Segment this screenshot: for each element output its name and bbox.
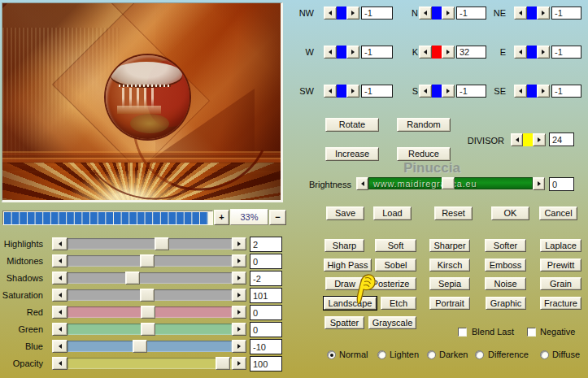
brightness-decrement-button[interactable]: [356, 177, 368, 190]
slider-red-increment-button[interactable]: [232, 306, 246, 319]
reduce-button[interactable]: Reduce: [397, 147, 451, 161]
slider-shadows-increment-button[interactable]: [232, 272, 246, 285]
spinner-nw-thumb[interactable]: [337, 7, 346, 20]
spinner-ne-decrement-button[interactable]: [514, 7, 527, 20]
load-button[interactable]: Load: [373, 206, 412, 220]
slider-opacity-increment-button[interactable]: [232, 357, 246, 370]
spinner-n-thumb[interactable]: [432, 7, 442, 20]
brightness-increment-button[interactable]: [533, 177, 545, 190]
spinner-w-increment-button[interactable]: [346, 46, 359, 59]
slider-highlights-increment-button[interactable]: [232, 237, 246, 250]
brightness-value-field[interactable]: 0: [549, 177, 574, 191]
radio-difference[interactable]: [475, 350, 484, 359]
slider-highlights-decrement-button[interactable]: [52, 237, 68, 250]
zoom-progress-track[interactable]: [2, 211, 213, 225]
spinner-s-thumb[interactable]: [432, 85, 442, 98]
slider-blue-decrement-button[interactable]: [52, 340, 68, 353]
slider-saturation-increment-button[interactable]: [232, 289, 246, 302]
spinner-ne-value-field[interactable]: -1: [551, 7, 581, 20]
effect-spatter-button[interactable]: Spatter: [324, 316, 364, 329]
slider-red-value-field[interactable]: 0: [250, 305, 282, 320]
effect-high-pass-button[interactable]: High Pass: [324, 259, 372, 272]
slider-shadows-thumb[interactable]: [125, 272, 140, 285]
radio-normal[interactable]: [327, 350, 336, 359]
slider-shadows-track[interactable]: [68, 272, 232, 284]
spinner-k-decrement-button[interactable]: [419, 46, 432, 59]
radio-lighten[interactable]: [377, 350, 386, 359]
spinner-k-thumb[interactable]: [432, 46, 442, 59]
increase-button[interactable]: Increase: [325, 147, 379, 161]
spinner-se-value-field[interactable]: -1: [551, 85, 581, 98]
slider-midtones-thumb[interactable]: [140, 254, 155, 267]
spinner-s-decrement-button[interactable]: [419, 85, 432, 98]
effect-softer-button[interactable]: Softer: [485, 239, 526, 252]
spinner-s-increment-button[interactable]: [442, 85, 455, 98]
slider-green-thumb[interactable]: [141, 323, 155, 336]
slider-opacity-track[interactable]: [68, 358, 232, 369]
slider-opacity-thumb[interactable]: [216, 357, 230, 370]
spinner-sw-increment-button[interactable]: [346, 85, 359, 98]
spinner-nw-increment-button[interactable]: [346, 7, 359, 20]
divisor-thumb[interactable]: [523, 133, 533, 146]
slider-blue-thumb[interactable]: [133, 340, 147, 353]
slider-shadows-decrement-button[interactable]: [52, 272, 68, 285]
save-button[interactable]: Save: [326, 206, 364, 220]
spinner-w-decrement-button[interactable]: [324, 46, 337, 59]
slider-highlights-track[interactable]: [68, 238, 232, 250]
divisor-increment-button[interactable]: [533, 133, 546, 146]
cancel-button[interactable]: Cancel: [539, 206, 577, 220]
effect-emboss-button[interactable]: Emboss: [485, 259, 526, 272]
effect-sharp-button[interactable]: Sharp: [324, 239, 364, 252]
effect-prewitt-button[interactable]: Prewitt: [540, 259, 581, 272]
slider-red-decrement-button[interactable]: [52, 306, 68, 319]
effect-grain-button[interactable]: Grain: [540, 277, 581, 290]
effect-sepia-button[interactable]: Sepia: [429, 277, 470, 290]
slider-midtones-decrement-button[interactable]: [52, 254, 68, 267]
spinner-sw-thumb[interactable]: [337, 85, 346, 98]
slider-red-thumb[interactable]: [141, 306, 155, 319]
effect-grayscale-button[interactable]: Grayscale: [368, 316, 416, 329]
slider-green-decrement-button[interactable]: [52, 323, 68, 336]
effect-etch-button[interactable]: Etch: [381, 297, 416, 310]
effect-kirsch-button[interactable]: Kirsch: [429, 259, 470, 272]
effect-graphic-button[interactable]: Graphic: [486, 297, 526, 310]
radio-darken[interactable]: [427, 350, 436, 359]
slider-blue-track[interactable]: [68, 341, 232, 352]
slider-shadows-value-field[interactable]: -2: [250, 271, 282, 286]
effect-noise-button[interactable]: Noise: [485, 277, 526, 290]
checkbox-negative[interactable]: [527, 328, 536, 337]
slider-saturation-decrement-button[interactable]: [52, 289, 68, 302]
brightness-thumb[interactable]: [442, 177, 455, 189]
slider-blue-value-field[interactable]: -10: [250, 339, 282, 354]
effect-soft-button[interactable]: Soft: [375, 239, 416, 252]
zoom-in-button[interactable]: +: [214, 210, 229, 225]
divisor-value-field[interactable]: 24: [549, 133, 574, 146]
spinner-w-thumb[interactable]: [337, 46, 346, 59]
spinner-n-increment-button[interactable]: [442, 7, 455, 20]
slider-saturation-thumb[interactable]: [140, 289, 155, 302]
spinner-n-decrement-button[interactable]: [419, 7, 432, 20]
spinner-e-increment-button[interactable]: [537, 46, 550, 59]
checkbox-blend-last[interactable]: [458, 328, 467, 337]
effect-fracture-button[interactable]: Fracture: [540, 297, 581, 310]
slider-midtones-value-field[interactable]: 0: [250, 254, 282, 269]
slider-midtones-increment-button[interactable]: [232, 254, 246, 267]
slider-green-value-field[interactable]: 0: [250, 322, 282, 337]
rotate-button[interactable]: Rotate: [325, 118, 379, 132]
ok-button[interactable]: OK: [491, 206, 529, 220]
reset-button[interactable]: Reset: [434, 206, 473, 220]
spinner-nw-decrement-button[interactable]: [324, 7, 337, 20]
zoom-out-button[interactable]: −: [269, 210, 286, 225]
slider-saturation-value-field[interactable]: 101: [250, 288, 282, 303]
slider-opacity-decrement-button[interactable]: [52, 357, 68, 370]
random-button[interactable]: Random: [397, 118, 451, 132]
effect-sobel-button[interactable]: Sobel: [375, 259, 416, 272]
spinner-e-value-field[interactable]: -1: [551, 46, 581, 59]
spinner-e-thumb[interactable]: [527, 46, 537, 59]
spinner-ne-thumb[interactable]: [527, 7, 537, 20]
effect-portrait-button[interactable]: Portrait: [429, 297, 470, 310]
effect-laplace-button[interactable]: Laplace: [540, 239, 581, 252]
spinner-e-decrement-button[interactable]: [514, 46, 527, 59]
slider-blue-increment-button[interactable]: [232, 340, 246, 353]
slider-green-increment-button[interactable]: [232, 323, 246, 336]
